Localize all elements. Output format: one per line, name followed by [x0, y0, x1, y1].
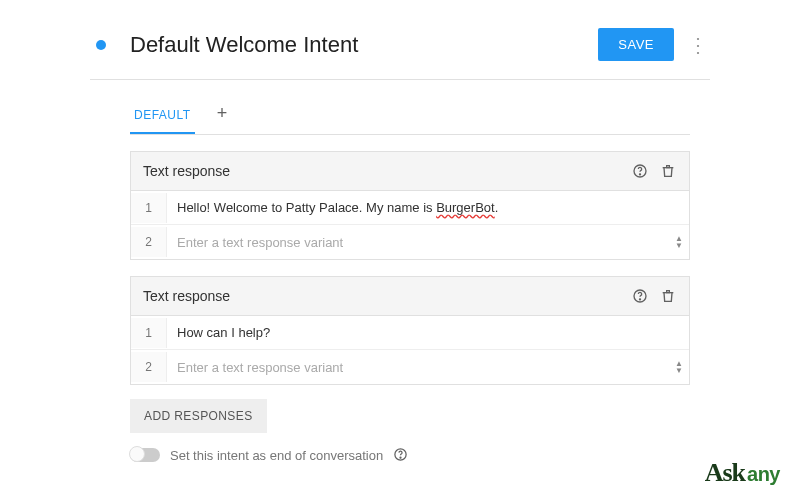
- intent-header: Default Welcome Intent SAVE ⋮: [90, 22, 710, 80]
- help-icon[interactable]: [631, 287, 649, 305]
- end-conversation-label: Set this intent as end of conversation: [170, 448, 383, 463]
- watermark-text: any: [747, 463, 780, 486]
- response-row[interactable]: 1 Hello! Welcome to Patty Palace. My nam…: [131, 191, 689, 225]
- row-number: 2: [131, 352, 167, 382]
- response-row[interactable]: 1 How can I help?: [131, 316, 689, 350]
- response-tabs: DEFAULT +: [130, 98, 690, 135]
- help-icon[interactable]: [631, 162, 649, 180]
- toggle-knob: [129, 446, 145, 462]
- watermark-text: Ask: [705, 458, 745, 488]
- svg-point-3: [639, 299, 640, 300]
- more-options-icon[interactable]: ⋮: [684, 31, 710, 59]
- stepper-icon[interactable]: ▲▼: [669, 360, 689, 374]
- add-tab-button[interactable]: +: [217, 103, 228, 130]
- card-header: Text response: [131, 152, 689, 191]
- response-text[interactable]: How can I help?: [167, 317, 689, 348]
- intent-status-dot: [96, 40, 106, 50]
- spellcheck-word: BurgerBot: [436, 200, 495, 215]
- add-responses-button[interactable]: ADD RESPONSES: [130, 399, 267, 433]
- svg-point-5: [400, 457, 401, 458]
- row-number: 1: [131, 318, 167, 348]
- stepper-icon[interactable]: ▲▼: [669, 235, 689, 249]
- svg-point-1: [639, 174, 640, 175]
- row-number: 1: [131, 193, 167, 223]
- response-text[interactable]: Hello! Welcome to Patty Palace. My name …: [167, 192, 689, 223]
- watermark-logo: Askany: [705, 458, 780, 488]
- response-placeholder[interactable]: Enter a text response variant: [167, 352, 669, 383]
- card-title: Text response: [143, 163, 631, 179]
- intent-title: Default Welcome Intent: [130, 32, 598, 58]
- end-conversation-row: Set this intent as end of conversation: [130, 447, 690, 463]
- trash-icon[interactable]: [659, 162, 677, 180]
- response-row[interactable]: 2 Enter a text response variant ▲▼: [131, 225, 689, 259]
- trash-icon[interactable]: [659, 287, 677, 305]
- response-placeholder[interactable]: Enter a text response variant: [167, 227, 669, 258]
- text-response-card: Text response 1 Hello! Welcome to Patty …: [130, 151, 690, 260]
- end-conversation-toggle[interactable]: [130, 448, 160, 462]
- text-response-card: Text response 1 How can I help? 2 Enter …: [130, 276, 690, 385]
- card-title: Text response: [143, 288, 631, 304]
- card-header: Text response: [131, 277, 689, 316]
- save-button[interactable]: SAVE: [598, 28, 674, 61]
- tab-default[interactable]: DEFAULT: [130, 98, 195, 134]
- row-number: 2: [131, 227, 167, 257]
- help-icon[interactable]: [393, 447, 409, 463]
- response-row[interactable]: 2 Enter a text response variant ▲▼: [131, 350, 689, 384]
